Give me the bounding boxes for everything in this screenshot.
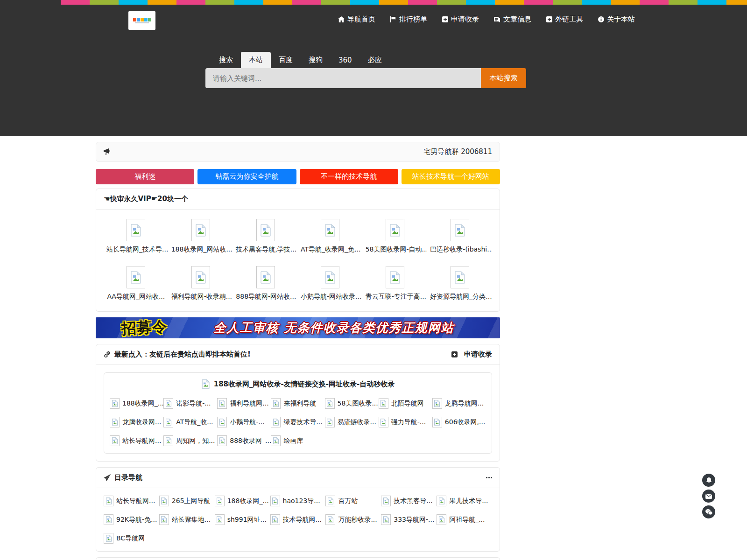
vip-site-item[interactable]: 站长导航网_技术导... — [104, 219, 169, 254]
site-link[interactable]: 站长导航网... — [104, 496, 159, 506]
site-link[interactable]: 阿祖导航_... — [437, 514, 492, 525]
broken-image-icon — [215, 514, 225, 525]
latest-links-grid: 188收录网_... 诺影导航-... — [110, 398, 486, 446]
nav-item-ranking[interactable]: 排行榜单 — [390, 15, 427, 24]
broken-image-icon — [325, 514, 335, 525]
site-logo[interactable] — [128, 11, 155, 30]
site-link[interactable]: 绘画库 — [271, 435, 324, 446]
site-link[interactable]: 周知网，知... — [163, 435, 217, 446]
tab-baidu[interactable]: 百度 — [271, 52, 301, 68]
broken-image-icon — [379, 417, 388, 427]
site-link[interactable]: 58美图收录... — [325, 398, 379, 409]
top-color-stripe — [0, 0, 747, 5]
site-link[interactable]: 北陌导航网 — [379, 398, 432, 409]
tab-360[interactable]: 360 — [331, 52, 360, 68]
apply-inclusion-link[interactable]: 申请收录 — [451, 350, 492, 359]
site-link[interactable]: 龙腾导航网... — [432, 398, 486, 409]
site-search-button[interactable]: 本站搜索 — [481, 68, 526, 88]
broken-image-icon — [386, 266, 404, 288]
nav-item-about[interactable]: 关于本站 — [598, 15, 635, 24]
broken-image-icon — [163, 417, 173, 427]
broken-image-icon — [437, 496, 446, 506]
broken-image-icon — [217, 398, 227, 409]
site-link[interactable]: 站长导航网... — [110, 435, 163, 446]
vip-site-item[interactable]: 好资源导航网_分类... — [427, 266, 492, 301]
site-link[interactable]: 188收录网_... — [110, 398, 163, 409]
site-link[interactable]: 188收录网_... — [215, 496, 270, 506]
promo-button[interactable]: 福利迷 — [96, 169, 194, 184]
vip-site-item[interactable]: 188收录网_网站收... — [169, 219, 233, 254]
tab-sogou[interactable]: 搜狗 — [301, 52, 331, 68]
wechat-button[interactable] — [702, 505, 715, 518]
broken-image-icon — [325, 398, 335, 409]
broken-image-icon — [110, 417, 120, 427]
site-link[interactable]: sh991网址... — [215, 514, 270, 525]
broken-image-icon — [437, 514, 446, 525]
site-link[interactable]: 888收录网_... — [217, 435, 271, 446]
tab-this-site[interactable]: 本站 — [241, 52, 271, 68]
broken-image-icon — [381, 514, 391, 525]
site-link[interactable]: hao123导... — [270, 496, 326, 506]
more-options-icon[interactable] — [486, 477, 492, 478]
vip-site-item[interactable]: AA导航网_网站收... — [104, 266, 169, 301]
site-link[interactable]: AT导航_收... — [163, 417, 217, 427]
site-link[interactable]: 万能秒收录... — [325, 514, 381, 525]
site-link[interactable]: BC导航网 — [104, 533, 159, 544]
site-link[interactable]: 百万站 — [325, 496, 381, 506]
promo-button[interactable]: 钻磊云为你安全护航 — [197, 169, 296, 184]
site-link[interactable]: 强力导航-... — [379, 417, 432, 427]
vip-site-item[interactable]: 青云互联-专注于高... — [363, 266, 428, 301]
recruit-banner[interactable]: 招募令 全人工审核 无条件收录各类优秀正规网站 — [96, 317, 500, 338]
tab-bing[interactable]: 必应 — [360, 52, 390, 68]
latest-card-title: 最新点入：友链后在贵站点击即排本站首位! — [114, 350, 251, 359]
featured-site-title[interactable]: 188收录网_网站收录-友情链接交换-网址收录-自动秒收录 — [110, 379, 486, 389]
vip-site-item[interactable]: 58美图收录网-自动... — [363, 219, 428, 254]
promo-button[interactable]: 站长技术导航一个好网站 — [402, 169, 500, 184]
vip-site-item[interactable]: 小鹅导航-网站收录... — [298, 266, 363, 301]
link-icon — [104, 351, 111, 358]
site-link[interactable]: 606收录网,... — [432, 417, 486, 427]
directory-card-title: 目录导航 — [114, 473, 142, 482]
site-link[interactable]: 来福利导航 — [271, 398, 324, 409]
search-input[interactable] — [205, 68, 481, 88]
site-link[interactable]: 果儿技术导... — [437, 496, 492, 506]
email-button[interactable] — [702, 490, 715, 503]
nav-item-home[interactable]: 导航首页 — [338, 15, 375, 24]
broken-image-icon — [104, 496, 113, 506]
broken-image-icon — [104, 533, 113, 544]
main-column: 宅男导航群 2006811 福利迷 钻磊云为你安全护航 不一样的技术导航 站长技… — [96, 142, 500, 560]
site-link[interactable]: 小鹅导航-... — [217, 417, 271, 427]
site-link[interactable]: 技术导航网... — [270, 514, 326, 525]
site-link[interactable]: 易流链收录... — [325, 417, 379, 427]
broken-image-icon — [217, 435, 227, 446]
search-module: 搜索 本站 百度 搜狗 360 必应 本站搜索 — [205, 51, 526, 88]
site-link[interactable]: 站长聚集地... — [159, 514, 215, 525]
site-link[interactable]: 265上网导航 — [159, 496, 215, 506]
notification-button[interactable] — [702, 474, 715, 487]
broken-image-icon — [386, 219, 404, 241]
nav-item-articles[interactable]: 文章信息 — [494, 15, 531, 24]
broken-image-icon — [379, 398, 388, 409]
vip-site-item[interactable]: 888导航网-网站收... — [233, 266, 298, 301]
vip-card: ☚快审永久VIP☛20块一个 站长导航网_技术导... 188收录网_网站收..… — [96, 189, 500, 312]
site-link[interactable]: 福利导航网... — [217, 398, 271, 409]
vip-card-title: ☚快审永久VIP☛20块一个 — [104, 195, 188, 203]
broken-image-icon — [201, 379, 211, 389]
promo-button[interactable]: 不一样的技术导航 — [300, 169, 398, 184]
wechat-icon — [705, 509, 712, 515]
broken-image-icon — [163, 435, 173, 446]
tab-search-label[interactable]: 搜索 — [211, 52, 241, 68]
site-link[interactable]: 333导航网-... — [381, 514, 437, 525]
site-link[interactable]: 龙腾收录网... — [110, 417, 163, 427]
nav-item-submit[interactable]: 申请收录 — [442, 15, 479, 24]
site-link[interactable]: 绿夏技术导... — [271, 417, 324, 427]
vip-site-item[interactable]: AT导航_收录网_免... — [298, 219, 363, 254]
nav-item-backlink-tools[interactable]: 外链工具 — [546, 15, 583, 24]
vip-site-item[interactable]: 福利导航网-收录精... — [169, 266, 233, 301]
info-circle-icon — [598, 16, 604, 22]
site-link[interactable]: 技术黑客导... — [381, 496, 437, 506]
site-link[interactable]: 诺影导航-... — [163, 398, 217, 409]
vip-site-item[interactable]: 技术黑客导航,学技... — [233, 219, 298, 254]
vip-site-item[interactable]: 巴适秒收录-(ibashi... — [427, 219, 492, 254]
site-link[interactable]: 92K导航-免... — [104, 514, 159, 525]
